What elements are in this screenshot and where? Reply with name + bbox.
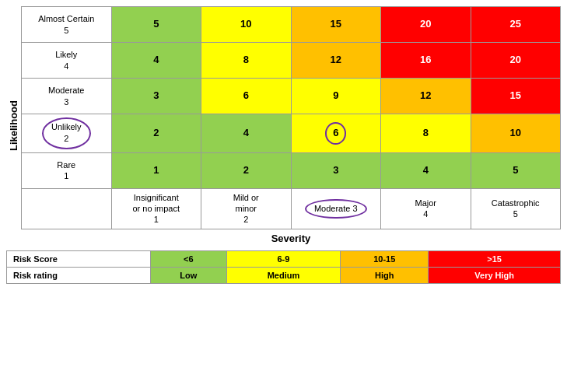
severity-header-4: Catastrophic5 bbox=[471, 188, 561, 229]
risk-cell-r4-c0: 1 bbox=[111, 152, 201, 188]
risk-cell-r1-c3: 16 bbox=[381, 43, 471, 79]
x-axis-label: Severity bbox=[21, 229, 561, 246]
circled-likelihood-label: Unlikely2 bbox=[42, 117, 91, 149]
score-band-0: <6 bbox=[150, 250, 226, 267]
risk-cell-r0-c4: 25 bbox=[471, 7, 561, 43]
risk-cell-r4-c2: 3 bbox=[291, 152, 381, 188]
severity-header-1: Mild orminor2 bbox=[201, 188, 292, 229]
severity-header-0: Insignificantor no impact1 bbox=[111, 188, 201, 229]
score-label: Risk Score bbox=[7, 250, 151, 267]
matrix-wrapper: Likelihood Almost Certain5510152025Likel… bbox=[6, 6, 561, 246]
risk-cell-r0-c2: 15 bbox=[291, 7, 381, 43]
risk-cell-r0-c3: 20 bbox=[381, 7, 471, 43]
likelihood-label-1: Likely4 bbox=[22, 43, 112, 79]
rating-band-0: Low bbox=[150, 267, 226, 283]
risk-cell-r3-c0: 2 bbox=[111, 114, 201, 153]
risk-cell-r3-c1: 4 bbox=[201, 114, 292, 153]
risk-cell-r3-c4: 10 bbox=[471, 114, 561, 153]
risk-cell-r1-c2: 12 bbox=[291, 43, 381, 79]
severity-header-3: Major4 bbox=[381, 188, 471, 229]
severity-header-2: Moderate 3 bbox=[291, 188, 381, 229]
risk-matrix: Almost Certain5510152025Likely448121620M… bbox=[21, 6, 561, 229]
risk-cell-r2-c1: 6 bbox=[201, 79, 292, 114]
rating-band-3: Very High bbox=[429, 267, 561, 283]
score-band-2: 10-15 bbox=[341, 250, 429, 267]
risk-cell-r3-c3: 8 bbox=[381, 114, 471, 153]
risk-cell-r1-c0: 4 bbox=[111, 43, 201, 79]
score-band-1: 6-9 bbox=[226, 250, 341, 267]
risk-cell-r1-c4: 20 bbox=[471, 43, 561, 79]
score-band-3: >15 bbox=[429, 250, 561, 267]
risk-cell-r4-c1: 2 bbox=[201, 152, 292, 188]
y-axis-label: Likelihood bbox=[6, 93, 21, 159]
likelihood-label-4: Rare1 bbox=[22, 152, 112, 188]
risk-cell-r2-c4: 15 bbox=[471, 79, 561, 114]
corner-cell bbox=[22, 188, 112, 229]
risk-cell-r2-c3: 12 bbox=[381, 79, 471, 114]
likelihood-label-2: Moderate3 bbox=[22, 79, 112, 114]
circled-severity-label: Moderate 3 bbox=[305, 199, 367, 219]
circled-value: 6 bbox=[325, 122, 346, 145]
risk-cell-r3-c2: 6 bbox=[291, 114, 381, 153]
rating-band-2: High bbox=[341, 267, 429, 283]
main-container: Likelihood Almost Certain5510152025Likel… bbox=[0, 0, 567, 290]
rating-band-1: Medium bbox=[226, 267, 341, 283]
risk-cell-r4-c3: 4 bbox=[381, 152, 471, 188]
legend-table: Risk Score<66-910-15>15Risk ratingLowMed… bbox=[6, 250, 561, 284]
rating-label: Risk rating bbox=[7, 267, 151, 283]
risk-cell-r2-c2: 9 bbox=[291, 79, 381, 114]
risk-cell-r0-c1: 10 bbox=[201, 7, 292, 43]
risk-cell-r1-c1: 8 bbox=[201, 43, 292, 79]
risk-cell-r2-c0: 3 bbox=[111, 79, 201, 114]
risk-cell-r0-c0: 5 bbox=[111, 7, 201, 43]
matrix-area: Almost Certain5510152025Likely448121620M… bbox=[21, 6, 561, 246]
likelihood-label-3: Unlikely2 bbox=[22, 114, 112, 153]
likelihood-label-0: Almost Certain5 bbox=[22, 7, 112, 43]
risk-cell-r4-c4: 5 bbox=[471, 152, 561, 188]
